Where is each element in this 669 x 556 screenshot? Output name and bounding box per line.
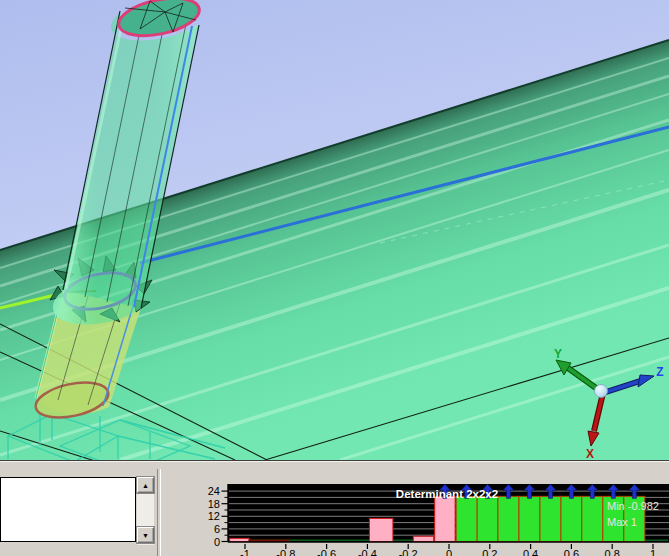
svg-text:-0.2: -0.2: [399, 548, 418, 556]
svg-text:1: 1: [650, 548, 656, 556]
svg-text:0.2: 0.2: [482, 548, 497, 556]
svg-text:-1: -1: [240, 548, 250, 556]
svg-text:0: 0: [446, 548, 452, 556]
quality-histogram[interactable]: 06121824-1-0.8-0.6-0.4-0.200.20.40.60.81…: [160, 461, 669, 556]
svg-text:12: 12: [208, 510, 220, 522]
listbox-scrollbar[interactable]: ▲ ▼: [137, 477, 154, 545]
x-axis-label: X: [586, 447, 594, 460]
scroll-down-icon: ▼: [142, 532, 149, 539]
triad-origin-sphere: [595, 385, 608, 398]
svg-text:6: 6: [214, 523, 220, 535]
svg-text:-0.8: -0.8: [276, 548, 295, 556]
scroll-up-button[interactable]: ▲: [137, 477, 154, 493]
histogram-title: Determinant 2x2x2: [396, 488, 498, 500]
histogram-min-label: Min -0.982: [607, 500, 659, 512]
scroll-down-button[interactable]: ▼: [137, 527, 154, 543]
svg-text:-0.6: -0.6: [317, 548, 336, 556]
histogram-max-label: Max 1: [607, 516, 637, 528]
scene-canvas: Y Z X: [0, 0, 669, 460]
svg-text:0: 0: [214, 536, 220, 548]
y-axis-label: Y: [554, 347, 562, 361]
svg-text:0.6: 0.6: [564, 548, 579, 556]
svg-text:0.8: 0.8: [605, 548, 620, 556]
scroll-up-icon: ▲: [142, 482, 149, 489]
svg-text:0.4: 0.4: [523, 548, 538, 556]
results-listbox[interactable]: [0, 477, 136, 542]
application-window: Y Z X ▲ ▼ 06121824-1-0.8-0.6-0.4-0.200.2…: [0, 0, 669, 556]
z-axis-label: Z: [656, 365, 663, 379]
svg-text:-0.4: -0.4: [358, 548, 377, 556]
svg-text:18: 18: [208, 498, 220, 510]
3d-viewport[interactable]: Y Z X: [0, 0, 669, 460]
bottom-panel: ▲ ▼ 06121824-1-0.8-0.6-0.4-0.200.20.40.6…: [0, 460, 669, 556]
svg-text:24: 24: [208, 485, 220, 497]
